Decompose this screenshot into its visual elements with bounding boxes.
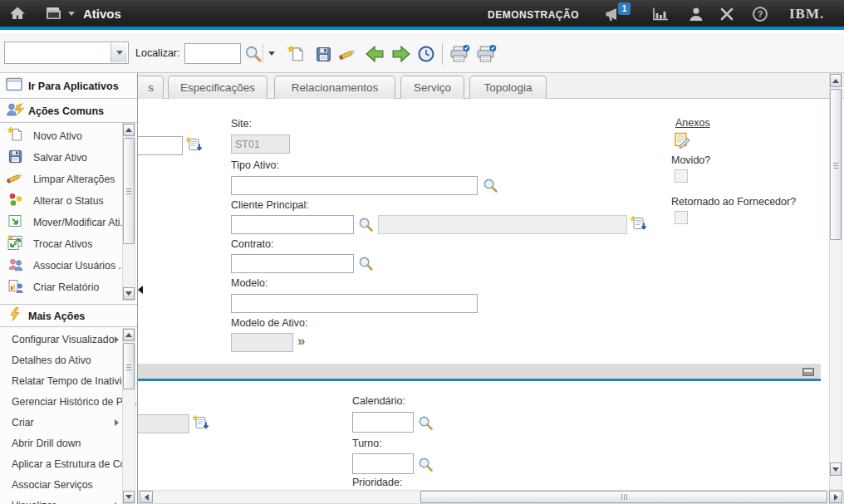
help-icon[interactable]: ?	[752, 6, 768, 26]
modelo-input[interactable]	[231, 294, 478, 313]
scroll-down-button[interactable]	[123, 287, 135, 300]
action-limpar-alteracoes[interactable]: Limpar Alterações	[0, 169, 137, 190]
cliente-principal-desc-input	[378, 215, 627, 234]
action-detalhes-ativo[interactable]: Detalhes do Ativo	[0, 350, 137, 370]
tab-servico[interactable]: Serviço	[400, 76, 464, 99]
action-criar-relatorio[interactable]: Criar Relatório	[0, 276, 137, 298]
next-record-button[interactable]	[390, 43, 412, 65]
tipo-ativo-input[interactable]	[231, 176, 478, 195]
action-configurar-visualizador[interactable]: Configurar Visualizador d..	[0, 330, 137, 350]
action-associar-servicos[interactable]: Associar Serviços	[0, 475, 137, 495]
tab-relacionamentos[interactable]: Relacionamentos	[274, 76, 395, 99]
anexos-link[interactable]: Anexos	[675, 117, 710, 129]
find-input[interactable]	[184, 43, 241, 64]
calendario-select-icon[interactable]	[418, 415, 434, 434]
collapse-sidebar-icon[interactable]	[138, 286, 143, 294]
retornado-label: Retornado ao Fornecedor?	[671, 196, 796, 208]
cliente-principal-detail-menu-icon[interactable]	[631, 215, 648, 236]
site-label: Site:	[231, 118, 252, 130]
scrollbar-thumb[interactable]	[123, 138, 135, 244]
collapse-section-icon[interactable]	[802, 368, 814, 376]
turno-label: Turno:	[352, 438, 382, 449]
more-actions-header: Mais Ações	[0, 306, 137, 326]
save-record-button[interactable]	[312, 43, 334, 65]
action-abrir-drilldown[interactable]: Abrir Drill down	[0, 433, 137, 453]
swap-assets-icon	[7, 234, 24, 254]
turno-input[interactable]	[352, 453, 414, 474]
scroll-up-button[interactable]	[123, 329, 135, 341]
print-button[interactable]	[449, 43, 470, 65]
site-input	[231, 135, 290, 154]
record-toolbar: Localizar:	[0, 33, 844, 73]
cliente-principal-input[interactable]	[231, 215, 354, 234]
clear-changes-button[interactable]	[337, 43, 359, 65]
submenu-arrow-icon	[115, 419, 119, 426]
tab-especificacoes[interactable]: Especificações	[168, 76, 267, 99]
common-actions-scrollbar[interactable]	[122, 123, 135, 301]
common-actions-icon	[5, 101, 25, 121]
action-mover-modificar[interactable]: Mover/Modificar Ati...	[0, 212, 137, 233]
asset-detail-menu-icon[interactable]	[186, 136, 204, 157]
lightning-icon	[8, 306, 22, 325]
turno-select-icon[interactable]	[418, 457, 434, 476]
home-icon[interactable]	[8, 5, 27, 25]
logout-icon[interactable]	[719, 7, 734, 25]
action-salvar-ativo[interactable]: Salvar Ativo	[0, 147, 137, 169]
action-relatar-tempo[interactable]: Relatar Tempo de Inativida...	[0, 371, 137, 391]
scroll-down-button[interactable]	[123, 491, 135, 503]
parent-detail-menu-icon[interactable]	[193, 414, 210, 435]
scroll-left-button[interactable]	[140, 491, 153, 503]
action-visualizar[interactable]: Visualizar	[0, 496, 137, 504]
go-to-menu-icon[interactable]	[45, 5, 65, 25]
sidebar-item-go-to-apps[interactable]: Ir Para Aplicativos	[0, 75, 137, 97]
action-criar[interactable]: Criar	[0, 413, 137, 433]
nav-combo-input[interactable]	[7, 44, 110, 61]
new-record-button[interactable]	[286, 43, 307, 65]
main-vertical-scrollbar[interactable]	[829, 73, 842, 490]
scrollbar-thumb[interactable]	[123, 343, 135, 389]
movido-checkbox[interactable]	[675, 169, 688, 183]
more-actions-scrollbar[interactable]	[122, 328, 135, 504]
calendario-input[interactable]	[352, 412, 414, 433]
action-aplicar-estrutura[interactable]: Aplicar a Estrutura de Co...	[0, 454, 137, 474]
find-options-caret-icon[interactable]	[268, 51, 275, 56]
reports-icon[interactable]	[651, 7, 670, 25]
go-to-caret-icon[interactable]	[68, 12, 75, 16]
profile-icon[interactable]	[688, 6, 704, 26]
scroll-up-button[interactable]	[830, 74, 842, 87]
scroll-up-button[interactable]	[123, 124, 135, 136]
contrato-select-icon[interactable]	[358, 256, 374, 275]
modelo-de-ativo-label: Modelo de Ativo:	[231, 317, 307, 329]
nav-combo-caret-icon[interactable]	[110, 43, 127, 62]
common-actions-header: Ações Comuns	[0, 100, 137, 122]
scroll-right-button[interactable]	[829, 491, 842, 503]
cliente-principal-select-icon[interactable]	[358, 217, 374, 236]
scrollbar-thumb[interactable]	[830, 89, 842, 240]
previous-record-button[interactable]	[364, 43, 385, 65]
contrato-input[interactable]	[231, 254, 354, 273]
main-horizontal-scrollbar[interactable]	[138, 490, 844, 504]
scrollbar-thumb[interactable]	[420, 491, 827, 503]
create-report-icon	[7, 278, 24, 297]
top-bar: Ativos DEMONSTRAÇÃO 1	[0, 0, 844, 30]
attachments-icon[interactable]	[674, 131, 692, 152]
tipo-ativo-select-icon[interactable]	[483, 178, 498, 197]
modelo-de-ativo-detail-chevrons-icon[interactable]	[297, 335, 305, 347]
print-with-options-button[interactable]	[475, 43, 497, 65]
scroll-down-button[interactable]	[830, 462, 842, 476]
movido-label: Movido?	[671, 154, 710, 166]
action-associar-usuarios[interactable]: Associar Usuários ...	[0, 255, 137, 276]
action-gerenciar-historico[interactable]: Gerenciar Histórico de Pa...	[0, 392, 137, 412]
find-button[interactable]	[243, 43, 264, 65]
toolbar-dotted-separator	[263, 45, 263, 63]
nav-combo[interactable]	[4, 42, 129, 64]
move-modify-icon	[7, 213, 24, 232]
retornado-checkbox[interactable]	[675, 211, 688, 224]
action-novo-ativo[interactable]: Novo Ativo	[0, 125, 137, 147]
notification-badge[interactable]: 1	[618, 2, 631, 15]
action-alterar-status[interactable]: Alterar o Status	[0, 190, 137, 212]
tab-topologia[interactable]: Topologia	[469, 76, 547, 99]
action-trocar-ativos[interactable]: Trocar Ativos	[0, 233, 137, 255]
history-button[interactable]	[415, 43, 437, 65]
environment-label: DEMONSTRAÇÃO	[488, 9, 579, 21]
